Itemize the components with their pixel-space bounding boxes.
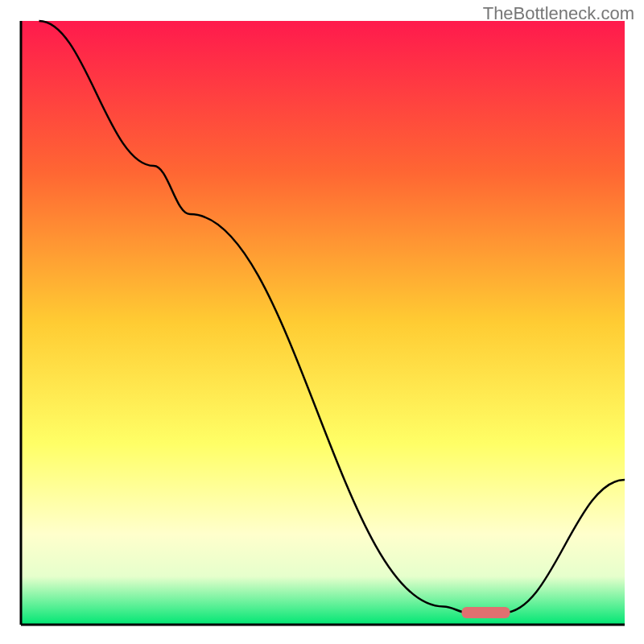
bottleneck-chart	[0, 0, 644, 644]
watermark-text: TheBottleneck.com	[483, 3, 634, 24]
optimal-marker	[462, 607, 510, 618]
chart-container: TheBottleneck.com	[0, 0, 644, 644]
plot-background	[21, 21, 625, 625]
